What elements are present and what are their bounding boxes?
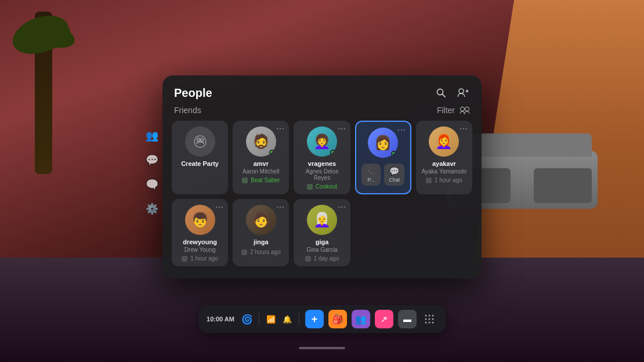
avatar-giga: 👩‍🦳	[307, 205, 337, 235]
taskbar-window-button[interactable]: ▬	[398, 310, 417, 328]
friend-card-drewyoung[interactable]: ⋯ 👦 drewyoung Drew Young 1 hour ago	[172, 199, 228, 266]
share-icon: ↗	[380, 314, 388, 325]
people-panel: People Friends Filter	[162, 75, 482, 278]
avatar-vragenes: 👩‍🦱	[307, 126, 337, 157]
online-indicator-vragenes	[330, 150, 336, 155]
panel-title: People	[174, 86, 212, 100]
create-party-card[interactable]: Create Party	[172, 121, 228, 194]
status-vragenes: Cookout	[307, 183, 337, 190]
status-amvr: Beat Saber	[242, 177, 280, 183]
username-drewyoung: drewyoung	[183, 238, 217, 245]
username-amvr: amvr	[254, 160, 269, 167]
action-buttons: 📞 P... 💬 Chat	[361, 164, 404, 186]
status-jinga: 2 hours ago	[241, 249, 281, 255]
header-icons	[434, 86, 470, 100]
call-button[interactable]: 📞 P...	[361, 164, 381, 186]
svg-point-17	[428, 322, 430, 324]
realname-vragenes: Agnes Delos Reyes	[298, 168, 345, 181]
taskbar-bag-button[interactable]: 🎒	[328, 310, 347, 328]
svg-point-16	[425, 322, 426, 324]
more-dots-vragenes[interactable]: ⋯	[338, 124, 346, 133]
avatar-selected: 👩	[368, 128, 398, 158]
svg-point-5	[461, 107, 465, 111]
quest-icon-jinga	[241, 249, 247, 255]
taskbar-time: 10:00 AM	[207, 316, 234, 323]
taskbar-share-button[interactable]: ↗	[375, 310, 393, 328]
svg-point-14	[428, 318, 430, 320]
svg-point-13	[425, 318, 426, 320]
taskbar-plus-button[interactable]: +	[305, 310, 324, 328]
avatar-ayakavr: 👩‍🦰	[429, 126, 459, 157]
plus-icon: +	[312, 313, 318, 325]
wifi-icon: 📶	[265, 313, 277, 325]
notification-icon: 🔔	[281, 313, 293, 325]
sidebar-settings-icon[interactable]: ⚙️	[144, 201, 160, 217]
taskbar-separator-1	[259, 313, 259, 325]
sidebar-messages-icon[interactable]: 💬	[144, 152, 160, 168]
status-drewyoung: 1 hour ago	[182, 255, 218, 262]
quest-icon-giga	[305, 256, 311, 262]
more-dots-amvr[interactable]: ⋯	[276, 124, 284, 133]
friend-card-selected[interactable]: ⋯ 👩 📞 P... 💬 Chat	[355, 121, 411, 194]
realname-ayakavr: Ayaka Yamamoto	[421, 168, 466, 175]
username-jinga: jinga	[254, 238, 269, 245]
chat-label: Chat	[389, 177, 400, 183]
svg-point-8	[197, 139, 200, 142]
quest-icon-amvr	[242, 178, 248, 183]
svg-point-15	[432, 318, 433, 320]
search-icon[interactable]	[434, 86, 448, 100]
online-indicator-selected	[391, 151, 397, 157]
svg-point-10	[425, 315, 426, 317]
add-people-icon[interactable]	[456, 86, 470, 100]
friends-bar: Friends Filter	[162, 100, 482, 121]
people-taskbar-icon: 👥	[355, 314, 367, 325]
quest-icon-drewyoung	[182, 256, 187, 262]
filter-control[interactable]: Filter	[437, 106, 470, 115]
filter-label: Filter	[437, 106, 455, 115]
taskbar: 10:00 AM 🌀 📶 🔔 + 🎒 👥 ↗ ▬	[198, 305, 446, 333]
more-dots-jinga[interactable]: ⋯	[276, 202, 284, 212]
friends-grid: Create Party ⋯ 🧔 amvr Aaron Mitchell Bea…	[162, 121, 482, 276]
taskbar-grid-button[interactable]	[421, 311, 437, 327]
quest-icon-vragenes	[307, 184, 313, 190]
friend-card-vragenes[interactable]: ⋯ 👩‍🦱 vragenes Agnes Delos Reyes Cookout	[294, 121, 350, 194]
sofa-cushion-right	[534, 168, 592, 203]
window-icon: ▬	[403, 314, 411, 324]
avatar-amvr: 🧔	[246, 126, 276, 157]
status-ayakavr: 1 hour ago	[426, 177, 462, 183]
svg-point-11	[428, 315, 430, 317]
create-party-label: Create Party	[181, 160, 219, 167]
realname-giga: Gina Garcia	[306, 247, 337, 253]
realname-drewyoung: Drew Young	[184, 247, 216, 253]
more-dots-selected[interactable]: ⋯	[397, 125, 406, 135]
username-giga: giga	[316, 238, 329, 245]
svg-point-2	[459, 89, 464, 93]
friend-card-ayakavr[interactable]: ⋯ 👩‍🦰 ayakavr Ayaka Yamamoto 1 hour ago	[416, 121, 472, 194]
sidebar-chat-icon[interactable]: 🗨️	[144, 176, 160, 193]
more-dots-drewyoung[interactable]: ⋯	[215, 202, 223, 212]
realname-amvr: Aaron Mitchell	[243, 168, 279, 175]
svg-point-7	[194, 136, 206, 147]
username-ayakavr: ayakavr	[432, 160, 456, 167]
svg-point-18	[432, 322, 433, 324]
username-vragenes: vragenes	[308, 160, 336, 167]
svg-line-1	[443, 95, 446, 97]
taskbar-separator-2	[299, 313, 299, 325]
more-dots-ayakavr[interactable]: ⋯	[460, 124, 468, 133]
sidebar-people-icon[interactable]: 👥	[144, 128, 160, 144]
chat-button[interactable]: 💬 Chat	[384, 164, 404, 186]
panel-header: People	[162, 75, 482, 100]
avatar-drewyoung: 👦	[185, 205, 215, 235]
create-party-icon	[185, 126, 215, 157]
friend-card-giga[interactable]: ⋯ 👩‍🦳 giga Gina Garcia 1 day ago	[294, 199, 350, 266]
svg-point-6	[465, 107, 469, 111]
online-indicator-amvr	[269, 150, 275, 155]
quest-icon-ayakavr	[426, 178, 432, 183]
friends-label: Friends	[174, 106, 201, 115]
friend-card-jinga[interactable]: ⋯ 🧑 jinga 2 hours ago	[233, 199, 289, 266]
friend-card-amvr[interactable]: ⋯ 🧔 amvr Aaron Mitchell Beat Saber	[233, 121, 289, 194]
taskbar-people-button[interactable]: 👥	[352, 310, 370, 328]
meta-logo-icon: 🌀	[241, 313, 253, 325]
more-dots-giga[interactable]: ⋯	[338, 202, 346, 212]
palm-tree	[35, 12, 52, 174]
